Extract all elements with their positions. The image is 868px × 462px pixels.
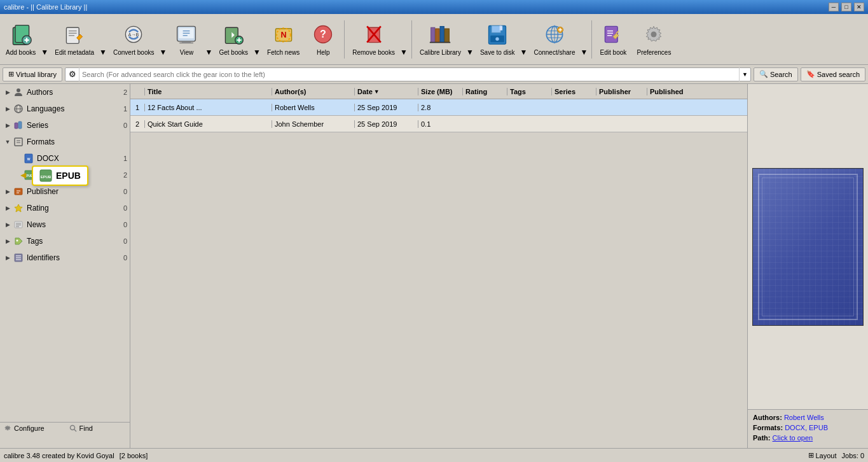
- search-button[interactable]: 🔍 Search: [754, 67, 798, 81]
- series-icon: [13, 120, 24, 131]
- sidebar-item-epub[interactable]: ◀ EPUB EPUB 2 EPUB EPUB: [0, 167, 130, 183]
- save-to-disk-group: Save to disk ▼: [476, 17, 528, 62]
- table-row[interactable]: 1 12 Facts About ... Robert Wells 25 Sep…: [130, 99, 747, 116]
- toolbar: Add books ▼ Edit metadata ▼: [0, 14, 868, 65]
- sidebar-item-docx[interactable]: W DOCX 1: [0, 150, 130, 167]
- toolbar-divider-3: [591, 20, 592, 59]
- virtual-lib-label: Virtual library: [16, 71, 57, 78]
- search-dropdown-icon[interactable]: ▼: [739, 67, 750, 81]
- sidebar-news-count: 0: [117, 221, 127, 228]
- col-publisher-header[interactable]: Publisher: [596, 88, 647, 95]
- calibre-library-arrow[interactable]: ▼: [465, 17, 474, 62]
- search-input[interactable]: [79, 71, 739, 78]
- save-to-disk-arrow[interactable]: ▼: [519, 17, 528, 62]
- col-tags-header[interactable]: Tags: [507, 88, 551, 95]
- edit-metadata-button[interactable]: Edit metadata: [50, 17, 99, 62]
- tags-icon: [13, 235, 24, 247]
- expand-icon: ▼: [3, 137, 13, 147]
- title-bar: calibre - || Calibre Library || ─ □ ✕: [0, 0, 868, 14]
- svg-point-56: [17, 88, 20, 92]
- sidebar-item-formats[interactable]: ▼ Formats: [0, 134, 130, 150]
- col-published-header[interactable]: Published: [647, 88, 698, 95]
- status-bar: calibre 3.48 created by Kovid Goyal [2 b…: [0, 448, 868, 462]
- authors-detail-row: Authors: Robert Wells: [753, 414, 863, 421]
- sidebar: ▶ Authors 2 ▶ Languages 1: [0, 84, 130, 448]
- preferences-button[interactable]: Preferences: [632, 17, 675, 62]
- svg-rect-60: [15, 123, 18, 129]
- remove-books-button[interactable]: Remove books: [348, 17, 399, 62]
- layout-label: Layout: [816, 452, 837, 459]
- close-button[interactable]: ✕: [854, 3, 864, 11]
- path-detail-value[interactable]: Click to open: [773, 434, 813, 442]
- convert-books-button[interactable]: A→B Convert books: [109, 17, 158, 62]
- convert-books-arrow[interactable]: ▼: [158, 17, 167, 62]
- saved-search-label: Saved search: [817, 71, 860, 78]
- edit-metadata-arrow[interactable]: ▼: [99, 17, 107, 62]
- sidebar-series-label: Series: [27, 121, 117, 130]
- view-group: View ▼: [169, 17, 213, 62]
- help-button[interactable]: ? Help: [305, 17, 341, 62]
- edit-book-label: Edit book: [600, 49, 627, 57]
- view-arrow[interactable]: ▼: [204, 17, 213, 62]
- col-size-header[interactable]: Size (MB): [418, 88, 462, 95]
- view-icon: [174, 22, 199, 47]
- cover-area: [748, 84, 868, 409]
- view-button[interactable]: View: [169, 17, 204, 62]
- fetch-news-icon: N: [271, 22, 296, 47]
- find-button[interactable]: Find: [65, 423, 131, 434]
- virtual-library-button[interactable]: ⊞ Virtual library: [3, 67, 62, 81]
- sidebar-item-tags[interactable]: ▶ Tags 0: [0, 233, 130, 249]
- col-title-header[interactable]: Title: [144, 88, 272, 95]
- sidebar-item-identifiers[interactable]: ▶ Identifiers 0: [0, 249, 130, 266]
- saved-search-icon: 🔖: [806, 70, 815, 78]
- sidebar-tags-count: 0: [117, 237, 127, 245]
- edit-metadata-label: Edit metadata: [55, 49, 94, 57]
- svg-text:?: ?: [320, 28, 326, 39]
- connect-share-arrow[interactable]: ▼: [579, 17, 588, 62]
- get-books-button[interactable]: Get books: [214, 17, 252, 62]
- get-books-arrow[interactable]: ▼: [252, 17, 261, 62]
- sidebar-docx-label: DOCX: [37, 154, 117, 163]
- row-num: 1: [130, 104, 144, 111]
- add-books-icon: [8, 22, 34, 47]
- sidebar-item-series[interactable]: ▶ Series 0: [0, 117, 130, 134]
- add-books-arrow[interactable]: ▼: [40, 17, 49, 62]
- edit-book-button[interactable]: Edit book: [595, 17, 631, 62]
- minimize-button[interactable]: ─: [829, 3, 839, 11]
- search-gear-icon[interactable]: ⚙: [65, 67, 79, 81]
- col-rating-header[interactable]: Rating: [462, 88, 507, 95]
- col-published-label: Published: [650, 88, 684, 95]
- fetch-news-button[interactable]: N Fetch news: [263, 17, 304, 62]
- remove-books-label: Remove books: [352, 49, 395, 57]
- view-label: View: [180, 49, 194, 57]
- search-container: ⚙ ▼: [65, 67, 751, 81]
- svg-point-85: [70, 426, 74, 430]
- col-series-label: Series: [555, 88, 575, 95]
- add-books-button[interactable]: Add books: [1, 17, 40, 62]
- date-sort-icon: ▼: [374, 88, 380, 95]
- col-authors-header[interactable]: Author(s): [272, 88, 354, 95]
- get-books-group: Get books ▼: [214, 17, 261, 62]
- layout-button[interactable]: ⊞ Layout: [808, 451, 837, 459]
- sidebar-item-languages[interactable]: ▶ Languages 1: [0, 101, 130, 117]
- remove-books-arrow[interactable]: ▼: [399, 17, 408, 62]
- configure-button[interactable]: Configure: [0, 423, 65, 434]
- toolbar-divider-1: [344, 20, 345, 59]
- configure-icon: [4, 424, 11, 432]
- svg-marker-74: [15, 204, 22, 212]
- maximize-button[interactable]: □: [841, 3, 851, 11]
- table-row[interactable]: 2 Quick Start Guide John Schember 25 Sep…: [130, 116, 747, 132]
- get-books-icon: [221, 22, 246, 47]
- sidebar-item-authors[interactable]: ▶ Authors 2: [0, 84, 130, 101]
- saved-search-button[interactable]: 🔖 Saved search: [801, 67, 865, 81]
- save-to-disk-button[interactable]: Save to disk: [476, 17, 519, 62]
- sidebar-item-news[interactable]: ▶ News 0: [0, 216, 130, 233]
- formats-detail-label: Formats:: [753, 424, 783, 431]
- sidebar-item-rating[interactable]: ▶ Rating 0: [0, 200, 130, 216]
- expand-icon: ▶: [3, 220, 13, 230]
- col-series-header[interactable]: Series: [551, 88, 596, 95]
- calibre-library-button[interactable]: Calibre Library: [415, 17, 465, 62]
- svg-text:EPUB: EPUB: [41, 175, 52, 179]
- connect-share-button[interactable]: Connect/share: [529, 17, 579, 62]
- col-date-header[interactable]: Date ▼: [354, 88, 418, 95]
